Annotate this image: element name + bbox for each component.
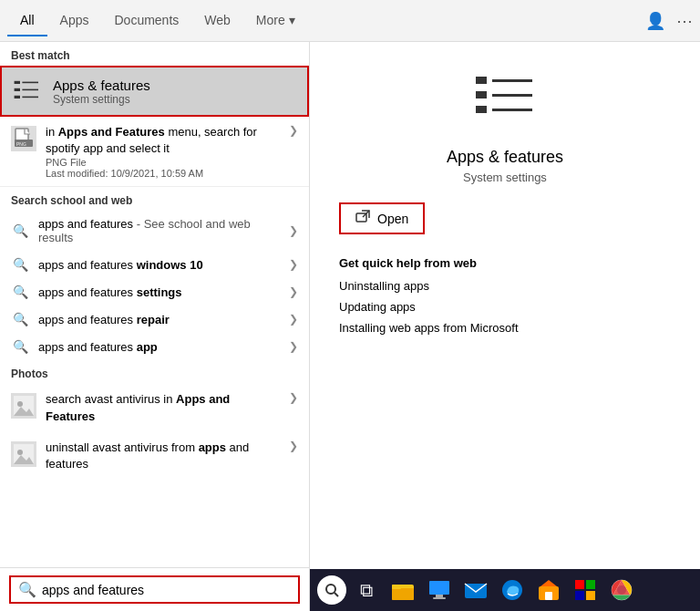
photo-text-2: uninstall avast antivirus from apps and …: [46, 440, 280, 472]
svg-rect-3: [22, 82, 38, 84]
search-text-3: apps and features settings: [38, 285, 280, 299]
chevron-photo-1: ❯: [289, 391, 298, 404]
left-panel: Best match Apps & features System settin…: [0, 42, 310, 611]
taskbar-edge[interactable]: [496, 574, 529, 606]
svg-point-13: [17, 450, 23, 455]
svg-rect-5: [22, 97, 38, 98]
search-result-1[interactable]: 🔍 apps and features - See school and web…: [0, 211, 309, 251]
chevron-icon-5: ❯: [289, 340, 298, 353]
svg-rect-1: [15, 88, 20, 91]
svg-rect-30: [433, 597, 446, 599]
best-match-label: Best match: [0, 42, 309, 66]
search-icon-1: 🔍: [11, 223, 29, 238]
svg-rect-2: [15, 96, 20, 98]
search-text-5: apps and features app: [38, 340, 280, 354]
taskbar-computer[interactable]: [423, 574, 456, 606]
svg-marker-34: [540, 580, 557, 586]
open-window-icon: [355, 210, 370, 227]
svg-rect-17: [476, 106, 487, 113]
search-result-4[interactable]: 🔍 apps and features repair ❯: [0, 306, 309, 333]
right-content: Apps & features System settings Open Get…: [310, 42, 700, 569]
best-match-title: Apps & features: [53, 78, 150, 93]
open-button[interactable]: Open: [339, 202, 425, 234]
taskbar-file-explorer[interactable]: [386, 574, 419, 606]
svg-rect-15: [476, 77, 487, 84]
tab-more[interactable]: More ▾: [243, 5, 308, 36]
taskbar-store[interactable]: [532, 574, 565, 606]
apps-features-icon: [13, 77, 42, 106]
app-detail-title: Apps & features: [339, 148, 671, 167]
tab-documents[interactable]: Documents: [101, 5, 191, 36]
search-icon-3: 🔍: [11, 285, 29, 299]
file-type: PNG File: [46, 157, 280, 168]
taskbar-chrome[interactable]: [605, 574, 638, 606]
right-panel: Apps & features System settings Open Get…: [310, 42, 700, 611]
svg-line-24: [335, 593, 338, 596]
file-result[interactable]: PNG in Apps and Features menu, search fo…: [0, 117, 309, 187]
search-bar-container: 🔍: [0, 567, 309, 611]
more-options-icon[interactable]: ⋯: [676, 11, 693, 31]
photo-title-1: search avast antivirus in Apps and Featu…: [46, 391, 280, 424]
quick-help-link-1[interactable]: Uninstalling apps: [339, 279, 671, 293]
svg-text:PNG: PNG: [16, 141, 26, 147]
svg-rect-26: [392, 588, 414, 600]
search-icon-4: 🔍: [11, 312, 29, 326]
svg-rect-37: [586, 580, 595, 589]
search-bar-input[interactable]: [42, 583, 291, 597]
svg-rect-16: [476, 91, 487, 98]
search-icon-2: 🔍: [11, 257, 29, 272]
chevron-icon-3: ❯: [289, 285, 298, 298]
best-match-text: Apps & features System settings: [53, 78, 150, 106]
search-icon-5: 🔍: [11, 339, 29, 354]
best-match-subtitle: System settings: [53, 93, 150, 106]
file-date: Last modified: 10/9/2021, 10:59 AM: [46, 168, 280, 179]
user-icon[interactable]: 👤: [645, 11, 665, 31]
taskbar-tiles[interactable]: [569, 574, 602, 606]
svg-rect-38: [575, 591, 584, 600]
search-text-2: apps and features windows 10: [38, 258, 280, 272]
photo-icon-1: [11, 393, 36, 419]
chevron-icon-1: ❯: [289, 224, 298, 237]
chevron-photo-2: ❯: [289, 440, 298, 452]
search-text-1: apps and features - See school and web r…: [38, 217, 280, 244]
photos-label: Photos: [0, 360, 309, 384]
quick-help-title: Get quick help from web: [339, 256, 671, 270]
search-result-3[interactable]: 🔍 apps and features settings ❯: [0, 278, 309, 306]
taskbar-mail[interactable]: [459, 574, 492, 606]
svg-rect-20: [492, 109, 532, 111]
tab-apps[interactable]: Apps: [47, 5, 102, 36]
search-school-label: Search school and web: [0, 187, 309, 211]
app-detail-subtitle: System settings: [339, 171, 671, 184]
svg-rect-4: [22, 89, 38, 91]
best-match-item[interactable]: Apps & features System settings: [0, 66, 309, 117]
photo-result-2[interactable]: uninstall avast antivirus from apps and …: [0, 432, 309, 480]
tab-all[interactable]: All: [7, 5, 47, 36]
svg-point-10: [17, 401, 23, 407]
photo-title-2: uninstall avast antivirus from apps and …: [46, 440, 280, 472]
taskbar-task-view[interactable]: ⧉: [350, 574, 383, 606]
png-file-icon: PNG: [11, 126, 36, 151]
top-nav: All Apps Documents Web More ▾ 👤 ⋯: [0, 0, 700, 42]
taskbar-search-circle[interactable]: [317, 575, 346, 605]
chevron-icon-2: ❯: [289, 258, 298, 271]
svg-rect-0: [15, 81, 20, 84]
tab-web[interactable]: Web: [191, 5, 243, 36]
taskbar: ⧉: [310, 569, 700, 611]
file-title: in Apps and Features menu, search for sp…: [46, 124, 280, 157]
chevron-icon-4: ❯: [289, 313, 298, 326]
svg-rect-36: [575, 580, 584, 589]
search-result-5[interactable]: 🔍 apps and features app ❯: [0, 333, 309, 360]
search-result-2[interactable]: 🔍 apps and features windows 10 ❯: [0, 251, 309, 278]
quick-help-link-2[interactable]: Updating apps: [339, 300, 671, 314]
svg-rect-29: [436, 595, 443, 597]
file-text: in Apps and Features menu, search for sp…: [46, 124, 280, 179]
open-button-area: Open: [339, 202, 671, 234]
search-bar[interactable]: 🔍: [9, 575, 300, 604]
photo-result-1[interactable]: search avast antivirus in Apps and Featu…: [0, 384, 309, 431]
search-bar-icon: 🔍: [18, 581, 36, 598]
search-text-4: apps and features repair: [38, 313, 280, 326]
main-container: Best match Apps & features System settin…: [0, 42, 700, 611]
quick-help-link-3[interactable]: Installing web apps from Microsoft: [339, 321, 671, 335]
svg-rect-28: [429, 581, 449, 595]
photo-text-1: search avast antivirus in Apps and Featu…: [46, 391, 280, 424]
